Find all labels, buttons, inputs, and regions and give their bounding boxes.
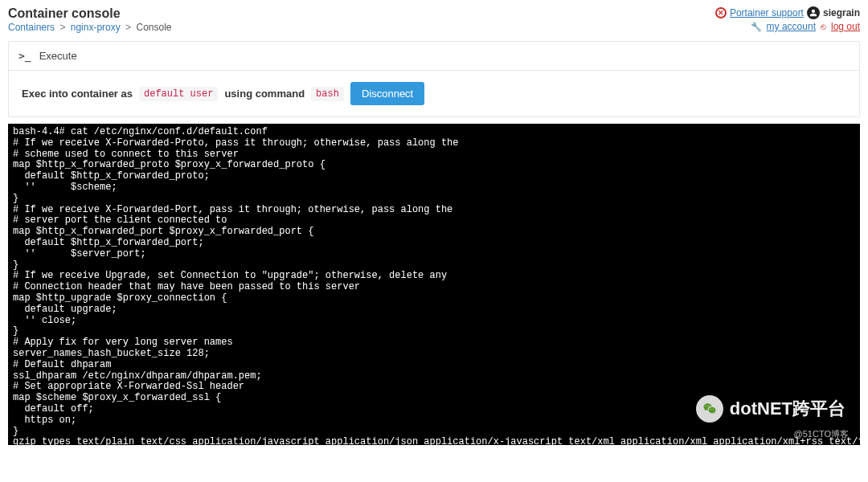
execute-panel-body: Exec into container as default user usin…: [9, 70, 859, 116]
username-label: siegrain: [823, 7, 860, 18]
terminal-output[interactable]: bash-4.4# cat /etc/nginx/conf.d/default.…: [8, 124, 860, 445]
exec-user-value: default user: [139, 87, 218, 101]
my-account-link[interactable]: my account: [767, 21, 816, 32]
breadcrumb-sep: >: [125, 22, 131, 33]
breadcrumb-container-name[interactable]: nginx-proxy: [71, 22, 121, 33]
portainer-support-link[interactable]: Portainer support: [730, 7, 804, 18]
exec-label-prefix: Exec into container as: [22, 88, 133, 100]
wrench-icon: 🔧: [751, 22, 762, 32]
logout-icon: ⎋: [821, 22, 826, 31]
page-title: Container console: [8, 6, 172, 21]
log-out-link[interactable]: log out: [831, 21, 860, 32]
exec-label-using: using command: [224, 88, 305, 100]
breadcrumb-current: Console: [136, 22, 171, 33]
disconnect-button[interactable]: Disconnect: [350, 82, 424, 105]
breadcrumb-sep: >: [59, 22, 65, 33]
breadcrumb: Containers > nginx-proxy > Console: [8, 22, 172, 33]
execute-panel-header: >_ Execute: [9, 42, 859, 70]
lifebuoy-icon: ✕: [715, 7, 727, 18]
exec-command-value: bash: [311, 87, 344, 101]
breadcrumb-containers[interactable]: Containers: [8, 22, 55, 33]
execute-panel-title: Execute: [39, 50, 77, 62]
execute-panel: >_ Execute Exec into container as defaul…: [8, 41, 860, 117]
user-avatar-icon: [807, 6, 820, 19]
terminal-prompt-icon: >_: [18, 50, 31, 62]
